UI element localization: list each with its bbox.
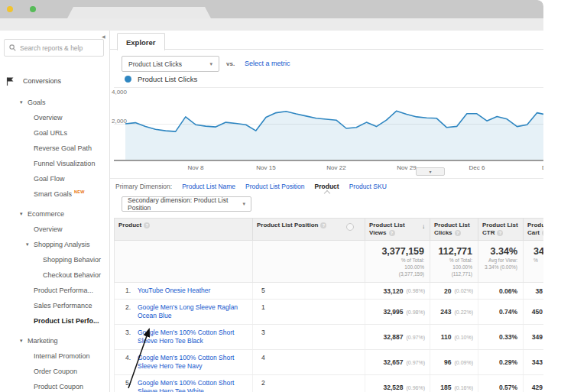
selected-dimension-notch — [323, 190, 329, 196]
clicks-cell: 20(0.02%) — [430, 283, 478, 299]
sidebar-item-internal-promotion[interactable]: Internal Promotion — [0, 348, 109, 364]
ctr-cell: 0.57% — [478, 375, 523, 392]
metric-value: 38 — [536, 287, 543, 295]
product-link[interactable]: Google Men's 100% Cotton Short Sleeve He… — [138, 354, 248, 371]
section-divider — [110, 178, 543, 179]
product-link[interactable]: Google Men's 100% Cotton Short Sleeve He… — [138, 329, 248, 345]
product-link[interactable]: Google Men's Long Sleeve Raglan Ocean Bl… — [138, 303, 248, 320]
sidebar-item-funnel-visualization[interactable]: Funnel Visualization — [0, 156, 109, 171]
sidebar-item-overview[interactable]: Overview — [0, 110, 109, 125]
collapse-sidebar-icon[interactable]: ◀ — [102, 34, 105, 39]
tab-explorer[interactable]: Explorer — [117, 33, 165, 50]
primary-dimension-product-list-name[interactable]: Product List Name — [182, 183, 235, 190]
browser-tab[interactable] — [67, 7, 211, 18]
product-cell: 1.YouTube Onesie Heather — [115, 283, 252, 299]
x-axis-tick: Dec 6 — [469, 164, 485, 171]
sidebar-item-label: Marketing — [28, 337, 58, 345]
metric-value: 0.33% — [499, 333, 517, 341]
sidebar-item-smart-goals[interactable]: Smart GoalsNEW — [0, 186, 109, 202]
window-minimize-dot[interactable] — [7, 6, 13, 12]
product-link[interactable]: YouTube Onesie Heather — [138, 287, 210, 295]
metric-percent: (0.16%) — [454, 385, 473, 390]
sidebar-item-marketing[interactable]: ▾Marketing — [0, 333, 109, 348]
clicks-cell: 185(0.16%) — [430, 375, 478, 392]
sidebar-item-product-coupon[interactable]: Product Coupon — [0, 379, 109, 392]
column-header-clicks[interactable]: Product ListClicks? — [430, 219, 478, 240]
table-row: 1.YouTube Onesie Heather533,120(0.98%)20… — [114, 283, 543, 300]
sidebar-item-label: Goal Flow — [34, 175, 65, 183]
cart-cell: 343 — [523, 350, 543, 374]
primary-dimension-product-sku[interactable]: Product SKU — [349, 183, 387, 190]
summary-value: 3.34% — [484, 246, 517, 257]
metric-percent: (0.10%) — [454, 335, 473, 340]
x-axis-tick: Nov 22 — [326, 164, 345, 171]
clicks-cell: 243(0.22%) — [430, 300, 478, 324]
primary-dimension-product[interactable]: Product — [315, 183, 339, 190]
sidebar-item-order-coupon[interactable]: Order Coupon — [0, 364, 109, 379]
sidebar-item-goals[interactable]: ▾Goals — [0, 95, 109, 110]
column-title: Views — [369, 229, 387, 236]
sidebar-item-reverse-goal-path[interactable]: Reverse Goal Path — [0, 141, 109, 156]
help-icon[interactable]: ? — [497, 230, 503, 236]
sidebar-item-checkout-behavior[interactable]: Checkout Behavior — [0, 267, 109, 283]
sidebar-item-goal-urls[interactable]: Goal URLs — [0, 125, 109, 141]
sidebar-item-label: Shopping Analysis — [34, 241, 90, 248]
metric-percent: (0.02%) — [454, 288, 473, 293]
remove-secondary-dimension-icon[interactable] — [346, 223, 354, 231]
help-icon[interactable]: ? — [144, 222, 150, 228]
table-row: 5.Google Men's 100% Cotton Short Sleeve … — [114, 375, 543, 392]
column-header-position[interactable]: Product List Position? — [252, 219, 365, 240]
summary-note: % of Total: — [371, 258, 424, 264]
summary-value: 3,377,159 — [371, 246, 424, 257]
new-badge: NEW — [74, 190, 85, 194]
sidebar-item-label: Funnel Visualization — [34, 160, 95, 167]
metric-dropdown[interactable]: Product List Clicks ▾ — [122, 56, 219, 72]
column-header-views[interactable]: Product ListViews?↓ — [365, 219, 430, 240]
metric-value: 0.29% — [499, 358, 517, 366]
sidebar-item-shopping-behavior[interactable]: Shopping Behavior — [0, 252, 109, 267]
caret-down-icon: ▾ — [20, 211, 28, 217]
row-rank: 4. — [119, 354, 131, 361]
sidebar-item-sales-performance[interactable]: Sales Performance — [0, 298, 109, 313]
column-header-product[interactable]: Product? — [115, 219, 252, 240]
y-axis-tick: 2,000 — [112, 118, 127, 125]
summary-note: 100.00% — [436, 264, 472, 271]
sidebar-item-product-performa[interactable]: Product Performa... — [0, 283, 109, 298]
chevron-down-icon: ▾ — [209, 61, 212, 67]
metric-percent: (0.96%) — [406, 385, 425, 390]
column-title: Product List — [434, 222, 470, 228]
sidebar-item-label: Ecommerce — [28, 210, 64, 218]
product-link[interactable]: Google Men's 100% Cotton Short Sleeve He… — [138, 379, 248, 392]
line-chart[interactable] — [114, 87, 543, 162]
column-header-cart[interactable]: ProductCart? — [523, 219, 543, 240]
primary-dimension-product-list-position[interactable]: Product List Position — [245, 183, 304, 190]
sidebar-item-overview[interactable]: Overview — [0, 222, 109, 237]
summary-cell — [115, 241, 252, 282]
sidebar-item-ecommerce[interactable]: ▾Ecommerce — [0, 206, 109, 222]
help-icon[interactable]: ? — [389, 230, 395, 236]
sidebar-item-product-list-perfo[interactable]: Product List Perfo... — [0, 313, 109, 329]
search-input[interactable] — [18, 44, 103, 53]
sidebar-item-label: Overview — [34, 114, 63, 121]
column-header-ctr[interactable]: Product ListCTR? — [478, 219, 523, 240]
chart-collapse-button[interactable]: ▾ — [416, 167, 445, 176]
sidebar-item-goal-flow[interactable]: Goal Flow — [0, 171, 109, 186]
views-cell: 32,657(0.97%) — [365, 350, 430, 374]
sidebar-item-label: Shopping Behavior — [43, 256, 101, 264]
sidebar-item-conversions[interactable]: Conversions — [0, 73, 109, 89]
window-zoom-dot[interactable] — [30, 6, 36, 12]
table-row: 4.Google Men's 100% Cotton Short Sleeve … — [114, 350, 543, 375]
secondary-dimension-dropdown[interactable]: Secondary dimension: Product List Positi… — [122, 196, 251, 212]
tab-divider — [110, 49, 543, 50]
row-rank: 2. — [119, 303, 131, 311]
help-icon[interactable]: ? — [542, 230, 543, 236]
sidebar-item-shopping-analysis[interactable]: ▾Shopping Analysis — [0, 237, 109, 252]
cart-cell: 349 — [523, 325, 543, 349]
select-a-metric-link[interactable]: Select a metric — [245, 60, 290, 67]
help-icon[interactable]: ? — [455, 230, 461, 236]
sidebar-item-label: Internal Promotion — [34, 352, 90, 360]
help-icon[interactable]: ? — [320, 222, 326, 228]
sidebar-item-label: Smart Goals — [34, 190, 72, 198]
sort-desc-icon[interactable]: ↓ — [422, 223, 425, 231]
search-box[interactable] — [4, 39, 104, 57]
